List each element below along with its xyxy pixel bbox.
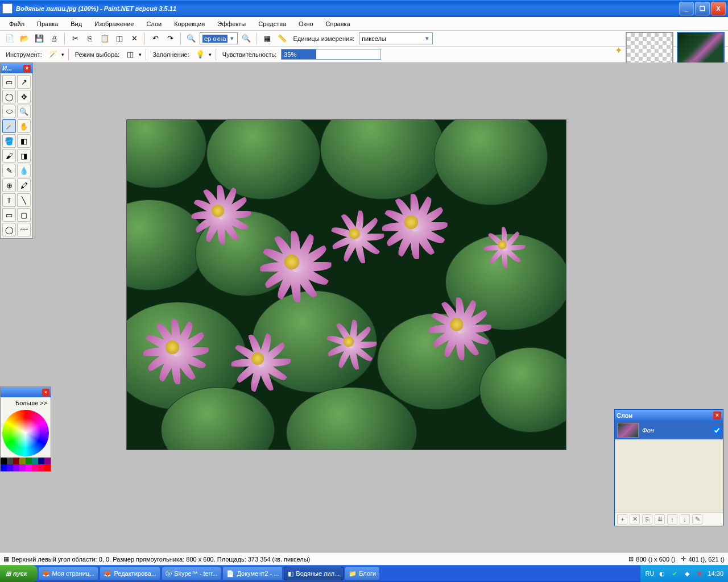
open-button[interactable]: 📂 <box>18 32 31 45</box>
tool-bucket[interactable]: 🪣 <box>2 134 16 148</box>
tool-ellipse[interactable]: ◯ <box>2 223 16 236</box>
tool-magic-wand[interactable]: 🪄 <box>2 119 16 133</box>
tool-ellipse-select[interactable]: ⬭ <box>2 105 16 118</box>
deselect-button[interactable]: ✕ <box>128 32 140 45</box>
new-button[interactable]: 📄 <box>3 32 16 45</box>
status-pos: 401 (), 621 () <box>688 556 725 563</box>
toolbox-title[interactable]: И...× <box>1 63 32 73</box>
print-button[interactable]: 🖨 <box>48 32 60 45</box>
units-combo[interactable]: пикселы▾ <box>359 32 433 44</box>
tool-rrect[interactable]: ▢ <box>17 208 31 222</box>
colors-panel: × Больше >> <box>0 386 51 472</box>
tool-move-select[interactable]: ↗ <box>17 75 31 89</box>
mode-button[interactable]: ◫ <box>124 48 136 61</box>
current-tool-icon[interactable]: 🪄 <box>47 48 59 61</box>
layer-del-button[interactable]: ✕ <box>630 514 640 525</box>
status-size: 800 () x 600 () <box>636 556 675 563</box>
toolbox-panel: И...× ▭ ↗ ◯ ✥ ⬭ 🔍 🪄 ✋ 🪣 ◧ 🖌 ◨ ✎ 💧 ⊕ 🖍 T … <box>0 63 33 239</box>
tool-recolor[interactable]: 🖍 <box>17 178 31 192</box>
tray-icon-k[interactable]: K <box>695 569 704 578</box>
fill-label: Заполнение: <box>150 51 192 58</box>
tool-eraser[interactable]: ◨ <box>17 149 31 163</box>
tool-free[interactable]: 〰 <box>17 223 31 236</box>
task-firefox-1[interactable]: 🦊 Моя страниц... <box>38 567 99 580</box>
tool-picker[interactable]: 💧 <box>17 164 31 177</box>
task-skype[interactable]: Ⓢ Skype™ - terr... <box>162 567 221 580</box>
menu-edit[interactable]: Правка <box>31 19 64 29</box>
colors-more-button[interactable]: Больше >> <box>1 397 51 409</box>
tool-rect-select[interactable]: ▭ <box>2 75 16 89</box>
layer-dup-button[interactable]: ⎘ <box>642 514 652 525</box>
tool-clone[interactable]: ⊕ <box>2 178 16 192</box>
menu-view[interactable]: Вид <box>65 19 88 29</box>
sensitivity-slider[interactable]: 35% <box>281 49 381 60</box>
lang-indicator[interactable]: RU <box>645 569 654 578</box>
menu-file[interactable]: Файл <box>3 19 30 29</box>
start-icon: ⊞ <box>6 570 11 577</box>
layer-up-button[interactable]: ↑ <box>667 514 677 525</box>
tool-brush[interactable]: 🖌 <box>2 149 16 163</box>
menu-image[interactable]: Изображение <box>89 19 139 29</box>
start-button[interactable]: ⊞пуск <box>0 565 38 582</box>
tray-icon-1[interactable]: ◐ <box>657 569 667 578</box>
layers-title[interactable]: Слои× <box>615 410 723 421</box>
task-paintnet[interactable]: ◧ Водяные лил... <box>284 567 344 580</box>
swatch-row-1[interactable] <box>1 458 51 464</box>
tray-icon-3[interactable]: ◆ <box>682 569 692 578</box>
copy-button[interactable]: ⎘ <box>84 32 96 45</box>
tool-zoom[interactable]: 🔍 <box>17 105 31 118</box>
task-word[interactable]: 📄 Документ2 - ... <box>222 567 283 580</box>
layers-panel: Слои× Фон ＋ ✕ ⎘ ⇊ ↑ ↓ ✎ <box>614 409 723 526</box>
canvas[interactable] <box>126 119 566 450</box>
fill-button[interactable]: 💡 <box>194 48 206 61</box>
layer-add-button[interactable]: ＋ <box>617 514 627 525</box>
zoom-combo[interactable]: ер окна▾ <box>200 32 238 44</box>
redo-button[interactable]: ↷ <box>164 32 176 45</box>
tool-pan[interactable]: ✋ <box>17 119 31 133</box>
layer-merge-button[interactable]: ⇊ <box>655 514 665 525</box>
task-folder[interactable]: 📁 Блоги <box>345 567 380 580</box>
menu-effects[interactable]: Эффекты <box>212 19 251 29</box>
mode-label: Режим выбора: <box>73 51 122 58</box>
menu-layers[interactable]: Слои <box>140 19 167 29</box>
layer-row[interactable]: Фон <box>615 421 723 439</box>
menu-adjust[interactable]: Коррекция <box>168 19 210 29</box>
tool-gradient[interactable]: ◧ <box>17 134 31 148</box>
layers-close-icon[interactable]: × <box>713 411 721 419</box>
layer-down-button[interactable]: ↓ <box>680 514 690 525</box>
tool-rect[interactable]: ▭ <box>2 208 16 222</box>
colors-close-icon[interactable]: × <box>42 389 49 396</box>
sel-info-icon: ▦ <box>3 555 9 563</box>
minimize-button[interactable]: _ <box>679 2 694 15</box>
task-firefox-2[interactable]: 🦊 Редактирова... <box>100 567 160 580</box>
zoom-in-button[interactable]: 🔍 <box>240 32 253 45</box>
save-button[interactable]: 💾 <box>33 32 46 45</box>
undo-button[interactable]: ↶ <box>149 32 162 45</box>
menu-window[interactable]: Окно <box>293 19 319 29</box>
zoom-out-button[interactable]: 🔍 <box>185 32 197 45</box>
layer-visible-checkbox[interactable] <box>713 427 721 434</box>
tool-text[interactable]: T <box>2 193 16 207</box>
grid-button[interactable]: ▦ <box>261 32 274 45</box>
tool-pencil[interactable]: ✎ <box>2 164 16 177</box>
toolbox-close-icon[interactable]: × <box>23 65 31 72</box>
cut-button[interactable]: ✂ <box>69 32 81 45</box>
clock[interactable]: 14:30 <box>708 570 723 577</box>
tool-line[interactable]: ╲ <box>17 193 31 207</box>
close-button[interactable]: X <box>711 2 726 15</box>
crop-button[interactable]: ◫ <box>113 32 126 45</box>
color-wheel[interactable] <box>2 410 49 456</box>
tray-icon-2[interactable]: ✔ <box>670 569 679 578</box>
window-title: Водяные лилии.jpg (100%) - Paint.NET вер… <box>16 5 176 12</box>
menu-help[interactable]: Справка <box>320 19 356 29</box>
paste-button[interactable]: 📋 <box>98 32 111 45</box>
new-doc-icon[interactable]: ✦ <box>615 45 622 56</box>
status-bar: ▦Верхний левый угол области: 0, 0. Разме… <box>0 552 728 565</box>
ruler-button[interactable]: 📏 <box>276 32 288 45</box>
maximize-button[interactable]: ❐ <box>695 2 710 15</box>
tool-lasso[interactable]: ◯ <box>2 90 16 103</box>
tool-move[interactable]: ✥ <box>17 90 31 103</box>
menu-tools[interactable]: Средства <box>253 19 292 29</box>
swatch-row-2[interactable] <box>1 464 51 471</box>
layer-props-button[interactable]: ✎ <box>692 514 702 525</box>
